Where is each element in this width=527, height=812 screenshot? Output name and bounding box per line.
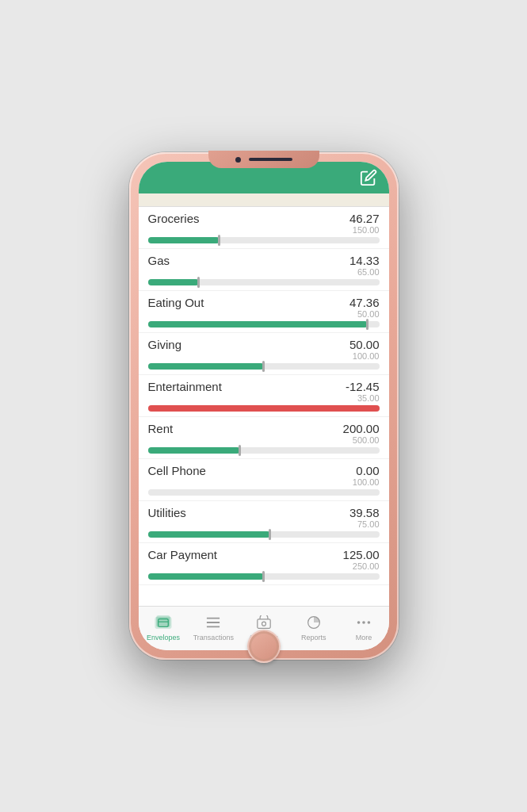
envelope-item[interactable]: Utilities 39.58 75.00 [139, 501, 389, 543]
progress-fill [148, 573, 264, 580]
envelope-current: 125.00 [343, 548, 380, 561]
envelope-current: 200.00 [343, 422, 380, 435]
envelopes-icon [155, 615, 172, 632]
envelope-item[interactable]: Groceries 46.27 150.00 [139, 207, 389, 249]
phone-frame: Groceries 46.27 150.00 Gas 14.33 65.00 [129, 152, 399, 660]
progress-fill [148, 405, 380, 412]
envelope-name: Entertainment [148, 380, 222, 393]
envelope-name: Car Payment [148, 548, 218, 561]
progress-bar [148, 279, 380, 285]
envelope-name: Eating Out [148, 296, 204, 309]
progress-bar [148, 363, 380, 370]
progress-bar [148, 321, 380, 327]
svg-point-10 [357, 621, 361, 624]
phone-top-bar [208, 151, 319, 168]
envelope-name: Rent [148, 422, 174, 435]
progress-fill [148, 447, 241, 454]
envelope-budget: 100.00 [349, 351, 380, 361]
tab-more[interactable]: More [338, 612, 388, 645]
envelope-budget: 500.00 [343, 435, 380, 445]
envelope-budget: 35.00 [346, 393, 380, 403]
envelope-current: 47.36 [349, 296, 380, 309]
camera-dot [235, 157, 241, 163]
envelope-current: 46.27 [349, 212, 380, 225]
progress-fill [148, 363, 264, 370]
envelope-name: Cell Phone [148, 464, 206, 477]
svg-point-8 [262, 622, 265, 626]
envelope-item[interactable]: Rent 200.00 500.00 [139, 417, 389, 459]
tab-envelopes[interactable]: Envelopes [139, 612, 189, 645]
progress-bar [148, 573, 380, 580]
envelope-budget: 150.00 [349, 225, 380, 235]
envelope-name: Gas [148, 254, 170, 267]
envelope-current: 50.00 [349, 338, 380, 351]
phone-screen: Groceries 46.27 150.00 Gas 14.33 65.00 [139, 162, 389, 650]
reports-icon [305, 615, 323, 632]
transactions-icon [204, 615, 222, 632]
progress-bar [148, 531, 380, 538]
envelope-item[interactable]: Giving 50.00 100.00 [139, 333, 389, 375]
envelope-item[interactable]: Cell Phone 0.00 100.00 [139, 459, 389, 501]
home-button[interactable] [247, 630, 281, 663]
progress-fill [148, 321, 368, 327]
progress-bar [148, 447, 380, 454]
tab-label-more: More [356, 634, 372, 642]
envelope-list: Groceries 46.27 150.00 Gas 14.33 65.00 [139, 207, 389, 606]
envelope-current: 39.58 [349, 506, 380, 519]
progress-bar [148, 405, 380, 412]
svg-point-11 [362, 621, 365, 624]
envelope-current: -12.45 [346, 380, 380, 393]
progress-fill [148, 237, 220, 243]
envelope-budget: 250.00 [343, 561, 380, 571]
compose-button[interactable] [359, 168, 378, 187]
envelope-item[interactable]: Entertainment -12.45 35.00 [139, 375, 389, 417]
envelope-name: Giving [148, 338, 182, 351]
tab-label-reports: Reports [301, 634, 327, 642]
envelope-name: Utilities [148, 506, 186, 519]
progress-fill [148, 279, 199, 285]
sync-bar [139, 193, 389, 200]
envelope-item[interactable]: Gas 14.33 65.00 [139, 249, 389, 291]
speaker-bar [249, 158, 292, 161]
envelope-budget: 75.00 [349, 519, 380, 529]
progress-bar [148, 237, 380, 243]
envelope-item[interactable]: Car Payment 125.00 250.00 [139, 543, 389, 585]
tab-reports[interactable]: Reports [288, 612, 338, 645]
section-header [139, 200, 389, 207]
tab-label-transactions: Transactions [193, 634, 234, 642]
app-content: Groceries 46.27 150.00 Gas 14.33 65.00 [139, 162, 389, 650]
envelope-budget: 65.00 [349, 267, 380, 277]
envelope-current: 14.33 [349, 254, 380, 267]
tab-transactions[interactable]: Transactions [189, 612, 239, 645]
progress-bar [148, 489, 380, 496]
tab-label-envelopes: Envelopes [147, 634, 180, 642]
progress-fill [148, 531, 271, 538]
envelope-item[interactable]: Eating Out 47.36 50.00 [139, 291, 389, 333]
svg-point-12 [367, 621, 370, 624]
envelope-budget: 50.00 [349, 309, 380, 319]
more-icon [355, 615, 372, 632]
envelope-budget: 100.00 [353, 477, 380, 487]
envelope-current: 0.00 [353, 464, 380, 477]
svg-rect-7 [257, 619, 269, 628]
envelope-name: Groceries [148, 212, 200, 225]
